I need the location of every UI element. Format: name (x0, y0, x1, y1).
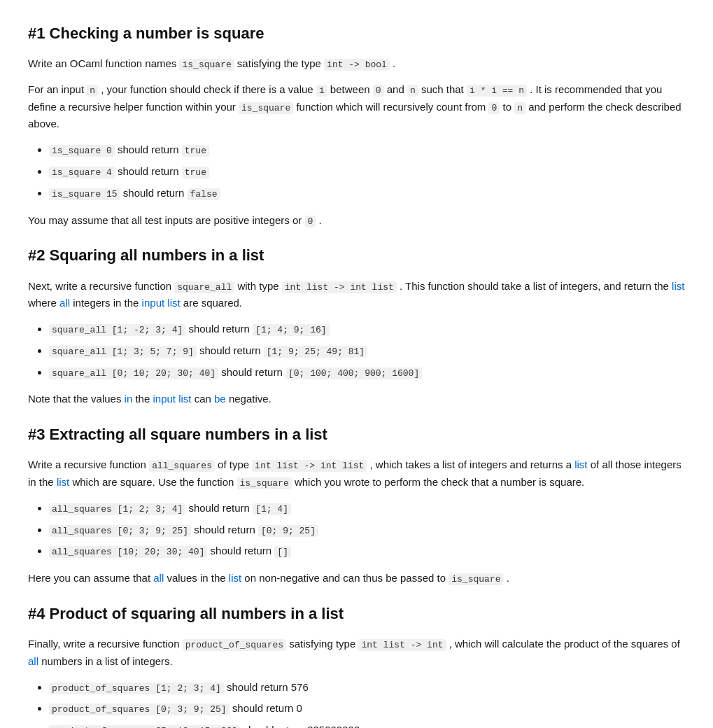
code-result: [1; 4; 9; 16] (253, 324, 329, 336)
code-0-2: 0 (488, 102, 500, 114)
text-list-1: list (672, 280, 684, 292)
code-zero: 0 (305, 216, 316, 227)
text-should-return: should return (211, 545, 272, 556)
section-3-heading: #3 Extracting all square numbers in a li… (28, 422, 685, 447)
code-bullet: square_all [1; 3; 5; 7; 9] (49, 346, 197, 358)
text-be: be (214, 393, 226, 405)
section-1-list: is_square 0 should return true is_square… (49, 141, 685, 202)
section-4-para-1: Finally, write a recursive function prod… (28, 636, 685, 671)
code-all-squares-1: all_squares (149, 460, 215, 472)
text-should-return: should return (188, 323, 250, 335)
text-result: 0 (297, 702, 302, 714)
code-n-1: n (87, 85, 98, 97)
list-item: product_of_squares [1; 2; 3; 4] should r… (49, 679, 685, 696)
text-such-that: such that (421, 83, 464, 95)
text-all-2: all (153, 572, 164, 584)
code-i-1: i (316, 85, 327, 97)
code-bullet: all_squares [0; 3; 9; 25] (49, 525, 191, 537)
section-4-list: product_of_squares [1; 2; 3; 4] should r… (49, 679, 685, 728)
code-n-3: n (514, 102, 525, 114)
text-all: all (59, 297, 70, 309)
text-list-2: list (574, 458, 587, 470)
code-eq: i * i == n (467, 85, 527, 97)
text-should-return: should return (194, 524, 255, 536)
list-item: square_all [0; 10; 20; 30; 40] should re… (49, 364, 685, 382)
section-1-para-1: Write an OCaml function names is_square … (28, 55, 685, 73)
text-should-return: should return (227, 681, 288, 693)
section-2-note: Note that the values in the input list c… (28, 391, 685, 408)
code-result: [0; 9; 25] (258, 525, 318, 537)
text-and: and (387, 83, 404, 95)
code-is-square-1: is_square (179, 59, 234, 71)
code-result: [1; 9; 25; 49; 81] (264, 346, 367, 358)
code-bullet: square_all [1; -2; 3; 4] (49, 324, 185, 336)
section-3-para-1: Write a recursive function all_squares o… (28, 456, 685, 491)
code-result: false (188, 188, 220, 200)
text-should-return: should return (118, 165, 179, 177)
code-bullet: all_squares [10; 20; 30; 40] (49, 546, 207, 558)
code-is-square-2: is_square (239, 102, 293, 114)
list-item: all_squares [0; 3; 9; 25] should return … (49, 522, 685, 539)
text-result: 225000000 (307, 724, 360, 728)
list-item: product_of_squares [5; 10; 15; 20] shoul… (49, 722, 685, 728)
code-bullet: product_of_squares [1; 2; 3; 4] (49, 682, 224, 694)
code-bullet: product_of_squares [0; 3; 9; 25] (49, 704, 230, 715)
section-3: #3 Extracting all square numbers in a li… (28, 422, 685, 587)
code-result: true (182, 167, 209, 178)
text-result: 576 (291, 681, 309, 693)
list-item: product_of_squares [0; 3; 9; 25] should … (49, 700, 685, 718)
code-bullet: is_square 4 (49, 167, 115, 178)
code-bullet: all_squares [1; 2; 3; 4] (49, 503, 185, 515)
text-should-return: should return (221, 366, 283, 378)
text-should-return: should return (188, 502, 250, 514)
section-2-para-1: Next, write a recursive function square_… (28, 278, 685, 313)
text-input-list-1: input list (142, 297, 181, 309)
code-square-all-1: square_all (174, 281, 234, 293)
code-bullet: square_all [0; 10; 20; 30; 40] (49, 368, 218, 379)
section-4-heading: #4 Product of squaring all numbers in a … (28, 601, 685, 626)
code-type-4: int list -> int (358, 639, 446, 651)
text-all-3: all (28, 655, 38, 667)
text-should-return: should return (232, 702, 294, 714)
list-item: square_all [1; 3; 5; 7; 9] should return… (49, 342, 685, 360)
list-item: is_square 4 should return true (49, 163, 685, 181)
code-type-3: int list -> int list (252, 460, 367, 472)
text-list-3: list (57, 476, 69, 488)
code-type-1: int -> bool (324, 59, 390, 71)
text-should-return: should return (123, 187, 185, 199)
section-1-heading: #1 Checking a number is square (28, 21, 685, 46)
code-bullet: is_square 15 (49, 188, 120, 200)
code-n-2: n (407, 85, 418, 97)
code-product-of-squares-1: product_of_squares (183, 639, 286, 651)
list-item: all_squares [10; 20; 30; 40] should retu… (49, 542, 685, 560)
list-item: all_squares [1; 2; 3; 4] should return [… (49, 500, 685, 517)
code-is-square-3: is_square (237, 477, 292, 489)
section-4: #4 Product of squaring all numbers in a … (28, 601, 685, 728)
text-in: in (125, 393, 133, 405)
text-input-list-2: input list (153, 393, 191, 405)
section-2-heading: #2 Squaring all numbers in a list (28, 243, 685, 267)
text-list-4: list (229, 572, 241, 584)
code-result: [0; 100; 400; 900; 1600] (285, 368, 422, 379)
list-item: is_square 15 should return false (49, 185, 685, 202)
code-0-1: 0 (373, 85, 384, 97)
code-bullet: is_square 0 (49, 145, 115, 157)
code-result: true (182, 145, 209, 157)
code-bullet: product_of_squares [5; 10; 15; 20] (49, 725, 240, 728)
section-3-note: Here you can assume that all values in t… (28, 570, 685, 587)
section-1-note: You may assume that all test inputs are … (28, 212, 685, 230)
code-is-square-4: is_square (449, 573, 503, 585)
text-should-return: should return (199, 344, 261, 356)
code-result: [1; 4] (253, 503, 291, 515)
text-should-return: should return (118, 144, 179, 155)
section-2: #2 Squaring all numbers in a list Next, … (28, 243, 685, 408)
list-item: is_square 0 should return true (49, 141, 685, 159)
code-type-2: int list -> int list (282, 281, 397, 293)
section-1: #1 Checking a number is square Write an … (28, 21, 685, 229)
text-should-return: should return (243, 724, 304, 728)
code-result: [] (274, 546, 291, 558)
list-item: square_all [1; -2; 3; 4] should return [… (49, 321, 685, 338)
section-2-list: square_all [1; -2; 3; 4] should return [… (49, 321, 685, 381)
section-1-para-2: For an input n , your function should ch… (28, 81, 685, 133)
section-3-list: all_squares [1; 2; 3; 4] should return [… (49, 500, 685, 560)
